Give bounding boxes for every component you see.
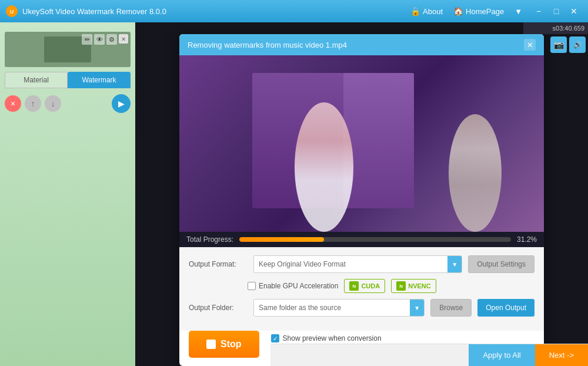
show-preview-checkbox[interactable]: ✓ (271, 334, 279, 342)
format-dropdown-arrow: ▼ (447, 256, 462, 272)
play-button[interactable]: ▶ (112, 94, 131, 113)
sidebar-actions: × ↑ ↓ ▶ (0, 92, 135, 115)
folder-select[interactable]: Same folder as the source ▼ (253, 299, 425, 317)
eye-icon[interactable]: 👁 (94, 34, 105, 45)
app-logo: U (6, 5, 18, 17)
right-panel: s03:40.659 📷 🔊 (523, 22, 588, 55)
output-format-row: Output Format: Keep Original Video Forma… (189, 255, 534, 273)
output-settings-button[interactable]: Output Settings (468, 255, 534, 273)
maximize-button[interactable]: □ (548, 5, 564, 18)
progress-area: Total Progress: 31.2% (179, 232, 544, 247)
move-up-button[interactable]: ↑ (25, 95, 41, 112)
nav-bar: 🔒 About 🏠 HomePage ▼ (407, 5, 526, 17)
thumbnail-area: ✏ 👁 ⚙ ✕ (5, 32, 131, 67)
folder-select-value: Same folder as the source (259, 304, 410, 312)
tab-watermark[interactable]: Watermark (68, 72, 131, 88)
dialog-overlay: Removing watermarks from music video 1.m… (135, 22, 588, 366)
output-folder-row: Output Folder: Same folder as the source… (189, 299, 534, 317)
delete-button[interactable]: × (5, 95, 21, 112)
sidebar: ✏ 👁 ⚙ ✕ Material Watermark × ↑ ↓ ▶ (0, 22, 135, 366)
tabs-row: Material Watermark (5, 72, 131, 88)
dialog-title: Removing watermarks from music video 1.m… (188, 41, 524, 49)
video-background (179, 55, 544, 232)
content-area: s03:40.659 📷 🔊 Removing watermarks from … (135, 22, 588, 366)
window-controls: − □ ✕ (530, 5, 582, 18)
format-select-value: Keep Original Video Format (259, 260, 447, 268)
app-title: UkeySoft Video Watermark Remover 8.0.0 (22, 7, 407, 16)
lock-icon: 🔒 (410, 6, 420, 16)
gpu-checkbox[interactable] (248, 282, 256, 290)
gpu-checkbox-label[interactable]: Enable GPU Acceleration (248, 282, 338, 290)
cuda-badge[interactable]: N CUDA (344, 279, 385, 293)
stop-label: Stop (220, 339, 242, 350)
show-preview-row: ✓ Show preview when conversion (271, 334, 382, 342)
show-preview-label: Show preview when conversion (283, 334, 382, 342)
gpu-row: Enable GPU Acceleration N CUDA N NVENC (189, 279, 534, 293)
apply-all-button[interactable]: Apply to All (469, 344, 534, 367)
camera-button[interactable]: 📷 (550, 36, 567, 53)
dialog-title-bar: Removing watermarks from music video 1.m… (179, 34, 544, 55)
dialog-controls: Output Format: Keep Original Video Forma… (179, 247, 544, 331)
progress-bar (239, 237, 511, 242)
stop-button[interactable]: Stop (189, 331, 259, 358)
tab-material[interactable]: Material (5, 72, 68, 88)
nvidia-logo-2: N (396, 281, 406, 291)
nvenc-badge[interactable]: N NVENC (391, 279, 436, 293)
about-label: About (423, 7, 443, 16)
nvidia-logo: N (349, 281, 359, 291)
browse-button[interactable]: Browse (430, 299, 472, 317)
remove-icon[interactable]: ✕ (119, 34, 128, 44)
figure-right (443, 114, 507, 232)
nav-about[interactable]: 🔒 About (407, 5, 446, 17)
bottom-bar: Apply to All Next -> (270, 344, 588, 366)
home-icon: 🏠 (453, 6, 463, 16)
progress-label: Total Progress: (186, 235, 233, 244)
stop-icon (206, 340, 216, 349)
output-format-select[interactable]: Keep Original Video Format ▼ (253, 255, 462, 273)
nvenc-label: NVENC (408, 282, 431, 290)
folder-dropdown-arrow: ▼ (410, 300, 424, 316)
progress-percent: 31.2% (517, 235, 537, 244)
door-right (343, 73, 414, 208)
nav-dropdown[interactable]: ▼ (511, 6, 526, 17)
volume-button[interactable]: 🔊 (569, 36, 586, 53)
minimize-button[interactable]: − (530, 5, 547, 18)
camera-controls: 📷 🔊 (523, 34, 588, 55)
gpu-label: Enable GPU Acceleration (259, 282, 338, 290)
chevron-down-icon: ▼ (514, 7, 522, 16)
progress-fill (239, 237, 324, 242)
video-preview (179, 55, 544, 232)
settings-icon[interactable]: ⚙ (106, 34, 117, 45)
cuda-label: CUDA (361, 282, 380, 290)
conversion-dialog: Removing watermarks from music video 1.m… (179, 34, 544, 366)
close-button[interactable]: ✕ (566, 5, 582, 18)
title-bar: U UkeySoft Video Watermark Remover 8.0.0… (0, 0, 588, 22)
time-display: s03:40.659 (523, 22, 588, 34)
output-folder-label: Output Folder: (189, 304, 248, 312)
nav-homepage[interactable]: 🏠 HomePage (450, 5, 507, 17)
next-button[interactable]: Next -> (535, 344, 588, 367)
move-down-button[interactable]: ↓ (45, 95, 61, 112)
edit-icon[interactable]: ✏ (82, 34, 92, 45)
open-output-button[interactable]: Open Output (477, 299, 534, 317)
homepage-label: HomePage (466, 7, 504, 16)
main-layout: ✏ 👁 ⚙ ✕ Material Watermark × ↑ ↓ ▶ s03:4… (0, 22, 588, 366)
svg-text:U: U (10, 9, 14, 15)
output-format-label: Output Format: (189, 260, 248, 268)
